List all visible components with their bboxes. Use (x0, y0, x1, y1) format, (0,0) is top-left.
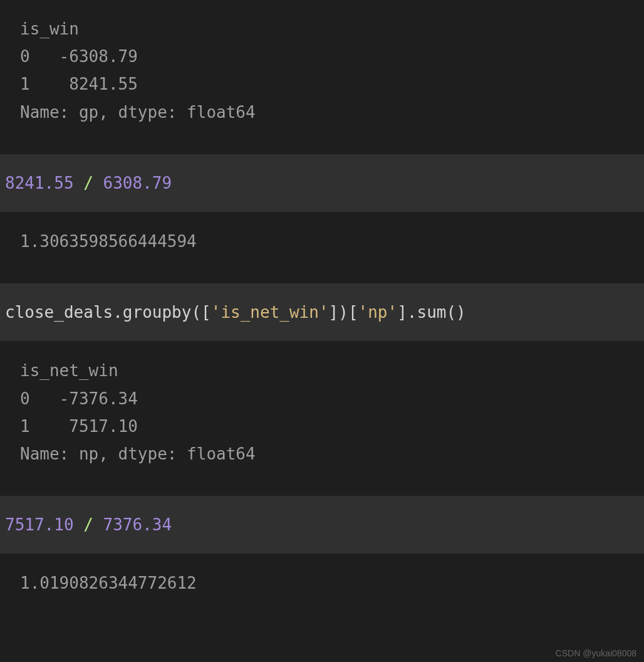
output-cell-1: is_win 0 -6308.79 1 8241.55 Name: gp, dt… (0, 0, 644, 141)
code-text: close_deals.groupby([ (5, 303, 211, 322)
output-line: 1.3063598566444594 (20, 232, 197, 251)
output-cell-2: 1.3063598566444594 (0, 213, 644, 270)
code-text: ])[ (329, 303, 358, 322)
operator-divide: / (74, 515, 103, 534)
output-line: is_win (20, 19, 79, 38)
number-literal: 8241.55 (5, 174, 74, 192)
code-text: ].sum() (397, 303, 466, 322)
cell-spacer (0, 483, 644, 495)
input-cell-2[interactable]: 8241.55 / 6308.79 (0, 154, 644, 213)
input-cell-4[interactable]: 7517.10 / 7376.34 (0, 495, 644, 554)
output-line: 1.0190826344772612 (20, 574, 197, 592)
input-cell-3[interactable]: close_deals.groupby(['is_net_win'])['np'… (0, 283, 644, 342)
output-line: 1 8241.55 (20, 75, 138, 93)
output-line: Name: np, dtype: float64 (20, 444, 256, 463)
output-cell-4: 1.0190826344772612 (0, 554, 644, 612)
output-line: is_net_win (20, 361, 118, 380)
operator-divide: / (74, 174, 103, 192)
string-literal: 'is_net_win' (211, 303, 329, 322)
output-cell-3: is_net_win 0 -7376.34 1 7517.10 Name: np… (0, 342, 644, 483)
output-line: 1 7517.10 (20, 417, 138, 436)
cell-spacer (0, 141, 644, 154)
number-literal: 6308.79 (103, 174, 172, 192)
cell-spacer (0, 270, 644, 283)
string-literal: 'np' (358, 303, 398, 322)
output-line: 0 -6308.79 (20, 47, 138, 66)
number-literal: 7517.10 (5, 515, 74, 534)
number-literal: 7376.34 (103, 515, 172, 534)
output-line: 0 -7376.34 (20, 389, 138, 408)
watermark-text: CSDN @yukai08008 (556, 648, 636, 658)
output-line: Name: gp, dtype: float64 (20, 103, 256, 122)
